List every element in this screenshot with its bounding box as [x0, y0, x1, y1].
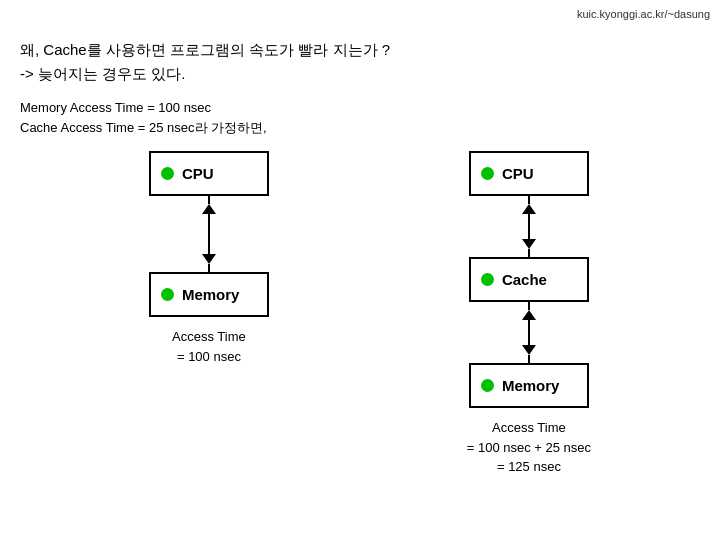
diagram2-cpu-box: CPU — [469, 151, 589, 196]
diagrams-container: CPU Memory Access Time = 100 nsec — [20, 151, 700, 477]
site-url: kuic.kyonggi.ac.kr/~dasung — [577, 8, 710, 20]
diagram2-arrow1-up — [522, 204, 536, 214]
diagram2-access-line1: Access Time — [467, 418, 591, 438]
diagram2-arrow2-down — [522, 345, 536, 355]
diagram2-arrow1-top — [528, 196, 530, 204]
diagram1-cpu-box: CPU — [149, 151, 269, 196]
diagram2-memory-dot — [481, 379, 494, 392]
diagram1-memory-dot — [161, 288, 174, 301]
diagram1-arrow-mid-line — [208, 214, 210, 254]
diagram2-access-line2: = 100 nsec + 25 nsec — [467, 438, 591, 458]
diagram2-cpu-label: CPU — [502, 165, 534, 182]
subtitle: Memory Access Time = 100 nsec Cache Acce… — [20, 98, 700, 137]
diagram2-arrow1-mid — [528, 214, 530, 239]
diagram2-arrow1 — [522, 196, 536, 257]
diagram1-arrow-down — [202, 254, 216, 264]
diagram2-cache-box: Cache — [469, 257, 589, 302]
diagram2-arrow2-top — [528, 302, 530, 310]
diagram1-access-line2: = 100 nsec — [172, 347, 246, 367]
diagram1-access-line1: Access Time — [172, 327, 246, 347]
diagram2: CPU Cache Memory — [467, 151, 591, 477]
diagram1: CPU Memory Access Time = 100 nsec — [149, 151, 269, 477]
diagram1-arrow-bot-line — [208, 264, 210, 272]
diagram2-arrow2 — [522, 302, 536, 363]
diagram1-arrow — [202, 196, 216, 272]
diagram2-access-time: Access Time = 100 nsec + 25 nsec = 125 n… — [467, 418, 591, 477]
page: kuic.kyonggi.ac.kr/~dasung 왜, Cache를 사용하… — [0, 0, 720, 540]
diagram1-memory-label: Memory — [182, 286, 240, 303]
diagram2-memory-label: Memory — [502, 377, 560, 394]
subtitle-line2: Cache Access Time = 25 nsec라 가정하면, — [20, 118, 700, 138]
diagram2-cache-label: Cache — [502, 271, 547, 288]
diagram1-cpu-label: CPU — [182, 165, 214, 182]
diagram1-memory-box: Memory — [149, 272, 269, 317]
question-line2: -> 늦어지는 경우도 있다. — [20, 62, 700, 86]
diagram2-memory-box: Memory — [469, 363, 589, 408]
diagram2-arrow1-bot — [528, 249, 530, 257]
diagram2-arrow2-up — [522, 310, 536, 320]
question-line1: 왜, Cache를 사용하면 프로그램의 속도가 빨라 지는가 ? — [20, 38, 700, 62]
diagram1-cpu-dot — [161, 167, 174, 180]
subtitle-line1: Memory Access Time = 100 nsec — [20, 98, 700, 118]
diagram2-cpu-dot — [481, 167, 494, 180]
diagram1-arrow-up — [202, 204, 216, 214]
diagram2-arrow1-down — [522, 239, 536, 249]
diagram1-access-time: Access Time = 100 nsec — [172, 327, 246, 366]
diagram2-cache-dot — [481, 273, 494, 286]
diagram2-access-line3: = 125 nsec — [467, 457, 591, 477]
diagram1-arrow-top-line — [208, 196, 210, 204]
diagram2-arrow2-bot — [528, 355, 530, 363]
diagram2-arrow2-mid — [528, 320, 530, 345]
main-question: 왜, Cache를 사용하면 프로그램의 속도가 빨라 지는가 ? -> 늦어지… — [20, 38, 700, 86]
